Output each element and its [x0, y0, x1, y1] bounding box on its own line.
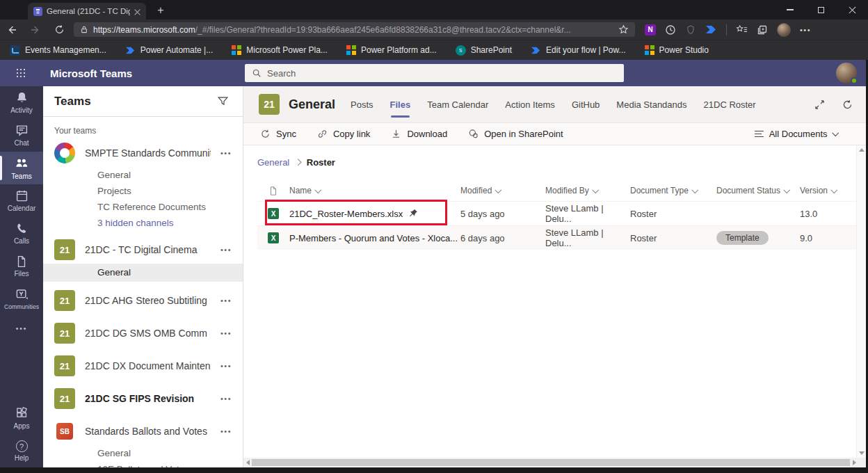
- rail-more-button[interactable]: •••: [0, 315, 43, 342]
- browser-profile-avatar[interactable]: [777, 23, 791, 37]
- team-21dc-ahg-stereo-subtitling[interactable]: 21 21DC AHG Stereo Subtitling •••: [43, 290, 243, 311]
- channel-smpte-tc-reference-documents[interactable]: TC Reference Documents: [43, 199, 243, 215]
- bookmark-microsoft-power-platform[interactable]: Microsoft Power Pla...: [232, 45, 328, 55]
- scroll-up-icon[interactable]: [859, 148, 865, 152]
- teams-search-input[interactable]: [267, 68, 617, 79]
- download-button[interactable]: Download: [391, 129, 447, 139]
- close-button[interactable]: [837, 0, 868, 19]
- rail-item-activity[interactable]: Activity: [0, 86, 43, 119]
- favorite-star-icon[interactable]: [618, 24, 629, 35]
- rail-item-calls[interactable]: Calls: [0, 217, 43, 250]
- team-more-button[interactable]: •••: [220, 149, 232, 157]
- rail-item-communities[interactable]: Communities: [0, 282, 43, 315]
- rail-item-apps[interactable]: Apps: [0, 402, 43, 435]
- rail-item-help[interactable]: ? Help: [0, 435, 43, 467]
- team-21dc-sg-fips-revision[interactable]: 21 21DC SG FIPS Revision •••: [43, 388, 243, 409]
- maximize-button[interactable]: [805, 0, 837, 19]
- tab-github[interactable]: GitHub: [572, 86, 600, 122]
- channel-smpte-projects[interactable]: Projects: [43, 183, 243, 199]
- table-row-p-members[interactable]: X P-Members - Quorum and Votes - Xloca..…: [257, 225, 857, 250]
- column-modified-by[interactable]: Modified By: [545, 186, 630, 195]
- browser-tab[interactable]: General (21DC - TC Digital Cinem: [28, 3, 146, 19]
- minimize-button[interactable]: [774, 0, 805, 19]
- bookmark-power-studio[interactable]: Power Studio: [645, 45, 709, 55]
- channel-ballots-general[interactable]: General: [43, 445, 243, 461]
- tab-action-items[interactable]: Action Items: [505, 86, 555, 122]
- back-button[interactable]: [0, 24, 24, 35]
- column-document-type[interactable]: Document Type: [630, 186, 716, 195]
- power-automate-extension-icon[interactable]: [705, 24, 717, 35]
- channel-smpte-general[interactable]: General: [43, 167, 243, 183]
- bookmark-events-management[interactable]: Events Managemen...: [10, 45, 106, 56]
- teams-search-bar[interactable]: [245, 64, 624, 82]
- file-name[interactable]: P-Members - Quorum and Votes - Xloca...: [289, 233, 460, 243]
- reload-button[interactable]: [47, 24, 71, 35]
- tab-posts[interactable]: Posts: [351, 86, 373, 122]
- team-more-button[interactable]: •••: [220, 329, 232, 337]
- rail-item-calendar[interactable]: Calendar: [0, 184, 43, 217]
- team-smpte-standards-community[interactable]: SMPTE Standards Community •••: [43, 143, 243, 163]
- scroll-right-icon[interactable]: [853, 460, 856, 465]
- tab-close-icon[interactable]: [134, 8, 140, 15]
- filter-icon[interactable]: [217, 95, 229, 107]
- rail-item-files[interactable]: Files: [0, 250, 43, 282]
- sync-button[interactable]: Sync: [260, 129, 296, 139]
- sync-icon: [260, 129, 271, 139]
- team-21dc-dg-sms-omb-comm[interactable]: 21 21DC DG SMS OMB Comm •••: [43, 323, 243, 344]
- channel-21dc-general-selected[interactable]: General: [43, 264, 243, 282]
- file-version: 13.0: [800, 209, 857, 219]
- waffle-icon[interactable]: [17, 69, 26, 78]
- bookmark-sharepoint[interactable]: sSharePoint: [456, 45, 512, 56]
- bookmark-power-automate[interactable]: Power Automate |...: [125, 45, 214, 55]
- collections-icon[interactable]: [757, 24, 768, 35]
- new-tab-button[interactable]: +: [153, 3, 168, 18]
- scroll-down-icon[interactable]: [859, 451, 865, 455]
- open-in-sharepoint-button[interactable]: Open in SharePoint: [468, 129, 563, 139]
- team-more-button[interactable]: •••: [220, 427, 232, 435]
- expand-icon[interactable]: [814, 99, 825, 110]
- forward-button[interactable]: [24, 24, 47, 35]
- apps-icon: [15, 407, 29, 420]
- browser-menu-button[interactable]: •••: [800, 26, 811, 34]
- tab-media-standands[interactable]: Media Standands: [616, 86, 686, 122]
- bookmark-power-platform-admin[interactable]: Power Platform ad...: [346, 45, 437, 55]
- team-21dc-dx-document-maintenance[interactable]: 21 21DC DX Document Maintenance •••: [43, 355, 243, 376]
- team-21dc-tc-digital-cinema[interactable]: 21 21DC - TC Digital Cinema •••: [43, 239, 243, 260]
- copy-link-button[interactable]: Copy link: [317, 129, 370, 139]
- team-more-button[interactable]: •••: [220, 394, 232, 403]
- column-document-status[interactable]: Document Status: [716, 186, 800, 195]
- channel-10e-ballots-and-votes[interactable]: 10E Ballots and Votes: [43, 461, 243, 467]
- column-modified[interactable]: Modified: [460, 186, 545, 195]
- events-management-icon: [10, 45, 20, 56]
- scroll-left-icon[interactable]: [246, 460, 250, 465]
- breadcrumb-general[interactable]: General: [257, 157, 289, 168]
- chevron-down-icon: [592, 186, 598, 193]
- onenote-extension-icon[interactable]: N: [645, 24, 656, 35]
- tab-21dc-roster[interactable]: 21DC Roster: [704, 86, 756, 122]
- team-more-button[interactable]: •••: [220, 362, 232, 370]
- column-version[interactable]: Version: [800, 186, 857, 195]
- team-standards-ballots-and-votes[interactable]: SB Standards Ballots and Votes •••: [43, 421, 243, 442]
- tab-team-calendar[interactable]: Team Calendar: [427, 86, 488, 122]
- address-bar[interactable]: https://teams.microsoft.com/_#/files/Gen…: [74, 22, 635, 37]
- team-more-button[interactable]: •••: [220, 246, 232, 254]
- download-icon: [391, 129, 401, 139]
- rail-item-chat[interactable]: Chat: [0, 119, 43, 152]
- phone-icon: [15, 222, 29, 235]
- history-extension-icon[interactable]: [665, 24, 676, 35]
- tab-files[interactable]: Files: [390, 86, 411, 122]
- view-selector[interactable]: All Documents: [755, 129, 837, 139]
- disabled-extension-icon[interactable]: [685, 24, 696, 35]
- teams-user-avatar[interactable]: [836, 63, 857, 83]
- refresh-icon[interactable]: [842, 99, 853, 110]
- scrollbar-thumb[interactable]: [252, 459, 850, 466]
- favorites-bar-icon[interactable]: [736, 24, 748, 35]
- horizontal-scrollbar[interactable]: [243, 458, 866, 467]
- hidden-channels-link[interactable]: 3 hidden channels: [43, 215, 243, 231]
- team-more-button[interactable]: •••: [220, 296, 232, 305]
- file-document-status: Template: [716, 231, 800, 245]
- column-name[interactable]: Name: [289, 186, 460, 195]
- vertical-scrollbar[interactable]: [856, 145, 866, 458]
- rail-item-teams[interactable]: Teams: [0, 152, 43, 184]
- bookmark-edit-your-flow[interactable]: Edit your flow | Pow...: [531, 45, 626, 55]
